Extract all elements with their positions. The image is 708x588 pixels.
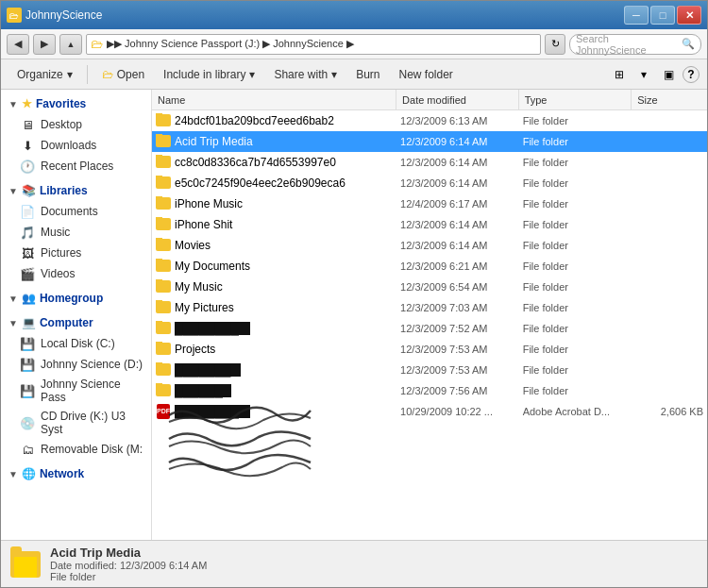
toolbar: Organize ▾ 🗁 Open Include in library ▾ S… [1, 59, 707, 90]
sidebar-item-removable-disk[interactable]: 🗂 Removable Disk (M: [1, 439, 151, 460]
sidebar-item-desktop[interactable]: 🖥 Desktop [1, 114, 151, 135]
sidebar-item-johnny-science-pass[interactable]: 💾 Johnny Science Pass [1, 375, 151, 407]
folder-icon [156, 155, 171, 170]
view-list-btn[interactable]: ▾ [633, 64, 654, 85]
close-button[interactable]: ✕ [677, 6, 701, 25]
file-date-cell: 12/4/2009 6:17 AM [396, 198, 519, 210]
table-row[interactable]: My Pictures 12/3/2009 7:03 AM File folde… [152, 297, 707, 318]
sidebar-header-favorites[interactable]: ▼ ★ Favorites [1, 93, 151, 114]
sidebar-header-homegroup[interactable]: ▼ 👥 Homegroup [1, 288, 151, 309]
folder-icon [156, 383, 171, 398]
file-date-cell: 12/3/2009 7:52 AM [396, 323, 519, 334]
table-row[interactable]: My Documents 12/3/2009 6:21 AM File fold… [152, 256, 707, 277]
file-name-cell: Movies [152, 238, 396, 253]
file-date-cell: 12/3/2009 6:14 AM [396, 136, 519, 147]
burn-button[interactable]: Burn [347, 63, 388, 86]
sidebar-header-libraries[interactable]: ▼ 📚 Libraries [1, 180, 151, 201]
file-name-cell: Acid Trip Media [152, 134, 396, 149]
toolbar-right: ⊞ ▾ ▣ ? [609, 64, 700, 85]
file-type-cell: File folder [519, 302, 632, 313]
search-icon: 🔍 [682, 38, 695, 50]
table-row[interactable]: Projects 12/3/2009 7:53 AM File folder [152, 339, 707, 360]
file-date-cell: 12/3/2009 7:56 AM [396, 385, 519, 396]
local-disk-icon: 💾 [20, 336, 35, 351]
search-box[interactable]: Search JohnnyScience 🔍 [569, 34, 701, 55]
file-name-text: ████████ [175, 405, 250, 418]
main-content: ▼ ★ Favorites 🖥 Desktop ⬇ Downloads 🕐 Re… [1, 90, 707, 540]
sidebar-section-homegroup: ▼ 👥 Homegroup [1, 288, 151, 309]
file-type-cell: File folder [519, 240, 632, 251]
table-row[interactable]: 24bdcf01ba209bcd7eeed6bab2 12/3/2009 6:1… [152, 110, 707, 131]
folder-icon [156, 259, 171, 274]
sidebar-item-pictures[interactable]: 🖼 Pictures [1, 243, 151, 263]
libraries-arrow-icon: ▼ [8, 186, 18, 196]
sidebar-item-johnny-science-d[interactable]: 💾 Johnny Science (D:) [1, 354, 151, 375]
table-row[interactable]: ██████ 12/3/2009 7:56 AM File folder [152, 380, 707, 401]
folder-icon [156, 238, 171, 253]
file-name-cell: ███████ [152, 362, 396, 378]
sidebar-item-local-disk[interactable]: 💾 Local Disk (C:) [1, 333, 151, 354]
title-bar: 🗁 JohnnyScience ─ □ ✕ [1, 1, 707, 29]
table-row[interactable]: iPhone Shit 12/3/2009 6:14 AM File folde… [152, 214, 707, 235]
sidebar-item-recent-places[interactable]: 🕐 Recent Places [1, 156, 151, 176]
table-row[interactable]: iPhone Music 12/4/2009 6:17 AM File fold… [152, 193, 707, 214]
back-button[interactable]: ◀ [7, 34, 29, 55]
status-date-label: Date modified: [50, 560, 117, 571]
window-title: JohnnyScience [25, 8, 102, 22]
refresh-button[interactable]: ↻ [545, 34, 565, 55]
file-date-cell: 12/3/2009 7:53 AM [396, 344, 519, 355]
col-header-name[interactable]: Name [152, 90, 396, 109]
table-row[interactable]: ████████ 12/3/2009 7:52 AM File folder [152, 318, 707, 339]
table-row[interactable]: PDF ████████ 10/29/2009 10:22 ... Adobe … [152, 401, 707, 422]
pictures-label: Pictures [41, 246, 81, 260]
table-row[interactable]: ███████ 12/3/2009 7:53 AM File folder [152, 360, 707, 380]
help-button[interactable]: ? [683, 66, 700, 83]
sidebar-header-computer[interactable]: ▼ 💻 Computer [1, 312, 151, 333]
table-row[interactable]: e5c0c7245f90e4eec2e6b909eca6 12/3/2009 6… [152, 173, 707, 193]
network-label: Network [40, 467, 84, 480]
pdf-icon: PDF [156, 404, 171, 419]
sidebar-item-videos[interactable]: 🎬 Videos [1, 263, 151, 284]
new-folder-button[interactable]: New folder [391, 63, 462, 86]
file-header: Name Date modified Type Size [152, 90, 707, 110]
organize-button[interactable]: Organize ▾ [8, 63, 81, 86]
explorer-window: 🗁 JohnnyScience ─ □ ✕ ◀ ▶ ▲ 🗁 ▶▶ Johnny … [0, 0, 708, 588]
file-date-cell: 12/3/2009 6:14 AM [396, 177, 519, 189]
sidebar-item-cd-drive[interactable]: 💿 CD Drive (K:) U3 Syst [1, 407, 151, 439]
open-icon: 🗁 [102, 68, 113, 81]
share-with-button[interactable]: Share with ▾ [265, 63, 346, 86]
up-button[interactable]: ▲ [59, 34, 82, 55]
forward-button[interactable]: ▶ [33, 34, 56, 55]
music-icon: 🎵 [20, 225, 35, 240]
table-row[interactable]: cc8c0d8336ca7b74d6553997e0 12/3/2009 6:1… [152, 152, 707, 173]
computer-icon: 💻 [22, 316, 36, 329]
music-label: Music [41, 226, 70, 239]
file-name-text: ███████ [175, 363, 241, 377]
file-date-cell: 12/3/2009 7:03 AM [396, 302, 519, 313]
table-row[interactable]: My Music 12/3/2009 6:54 AM File folder [152, 277, 707, 297]
sidebar-header-network[interactable]: ▼ 🌐 Network [1, 463, 151, 484]
file-pane: Name Date modified Type Size 24bdcf01ba2… [152, 90, 707, 540]
file-date-cell: 12/3/2009 6:54 AM [396, 281, 519, 293]
sidebar-item-documents[interactable]: 📄 Documents [1, 201, 151, 222]
libraries-label: Libraries [40, 184, 88, 197]
col-header-date[interactable]: Date modified [396, 90, 519, 109]
include-library-button[interactable]: Include in library ▾ [155, 63, 263, 86]
johnny-science-pass-icon: 💾 [20, 383, 35, 398]
table-row[interactable]: Movies 12/3/2009 6:14 AM File folder [152, 235, 707, 256]
address-path-text: ▶▶ Johnny Science Passport (J:) ▶ Johnny… [107, 38, 354, 50]
minimize-button[interactable]: ─ [624, 6, 649, 25]
address-path[interactable]: 🗁 ▶▶ Johnny Science Passport (J:) ▶ John… [86, 34, 541, 55]
sidebar-item-downloads[interactable]: ⬇ Downloads [1, 135, 151, 156]
sidebar-item-music[interactable]: 🎵 Music [1, 222, 151, 243]
table-row[interactable]: Acid Trip Media 12/3/2009 6:14 AM File f… [152, 131, 707, 152]
status-date-value: 12/3/2009 6:14 AM [120, 560, 207, 571]
col-header-type[interactable]: Type [519, 90, 632, 109]
open-button[interactable]: 🗁 Open [93, 63, 153, 86]
folder-icon [156, 342, 171, 357]
toggle-pane-btn[interactable]: ▣ [658, 64, 679, 85]
file-name-cell: My Music [152, 279, 396, 294]
col-header-size[interactable]: Size [632, 90, 707, 109]
maximize-button[interactable]: □ [650, 6, 675, 25]
view-icon-btn[interactable]: ⊞ [609, 64, 630, 85]
